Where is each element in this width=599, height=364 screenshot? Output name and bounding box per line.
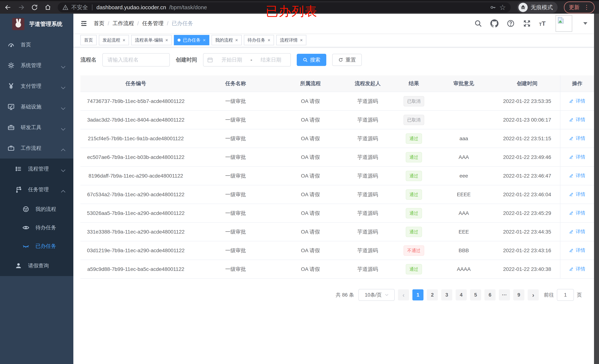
cell-starter: 芋道源码	[341, 129, 395, 148]
col-task-id: 任务编号	[80, 75, 191, 92]
url-host[interactable]: dashboard.yudao.iocoder.cn	[97, 4, 166, 10]
update-label[interactable]: 更新	[569, 4, 580, 11]
date-range-picker[interactable]: 开始日期 - 结束日期	[203, 53, 291, 67]
avatar-caret-icon[interactable]	[583, 22, 587, 25]
detail-button[interactable]: 详情	[569, 247, 585, 254]
cell-task-id: 331e3388-7b9a-11ec-a290-acde48001122	[80, 222, 191, 241]
home-icon[interactable]	[44, 4, 51, 11]
breadcrumb-item[interactable]: 已办任务	[172, 20, 193, 27]
table-row: 74736737-7b9b-11ec-b5b7-acde48001122 一级审…	[80, 92, 594, 110]
view-tab[interactable]: 我的流程 ×	[211, 35, 242, 45]
help-icon[interactable]	[507, 19, 515, 27]
detail-button[interactable]: 详情	[569, 191, 585, 197]
sidebar-item-done-tasks[interactable]: 已办任务	[0, 237, 73, 255]
col-process: 所属流程	[280, 75, 341, 92]
reset-button[interactable]: 重置	[332, 54, 362, 66]
cell-actions: 详情	[560, 148, 594, 167]
view-tab[interactable]: 已办任务 ×	[174, 35, 209, 45]
page-number-button[interactable]: 1	[412, 289, 423, 301]
detail-button[interactable]: 详情	[569, 172, 585, 179]
sidebar-item-system[interactable]: 系统管理	[0, 55, 73, 76]
view-tab[interactable]: 流程详情 ×	[276, 35, 306, 45]
page-number-button[interactable]: 9	[513, 289, 524, 301]
status-badge: 通过	[406, 208, 422, 218]
end-date-placeholder: 结束日期	[255, 56, 287, 63]
detail-button-label: 详情	[576, 154, 585, 160]
sidebar-item-infra[interactable]: 基础设施	[0, 97, 73, 117]
url-path[interactable]: /bpm/task/done	[169, 4, 207, 10]
reload-icon[interactable]	[31, 4, 38, 11]
forward-icon[interactable]	[18, 4, 25, 11]
detail-button[interactable]: 详情	[569, 135, 585, 142]
process-name-input[interactable]	[102, 53, 170, 67]
page-number-button[interactable]: 5	[470, 289, 481, 301]
page-number-button[interactable]: ···	[499, 289, 510, 301]
page-size-select[interactable]: 10条/页	[358, 289, 395, 301]
cell-result: 通过	[395, 222, 433, 241]
page-number-button[interactable]: 4	[456, 289, 467, 301]
page-number-button[interactable]: 3	[441, 289, 452, 301]
bookmark-star-icon[interactable]: ☆	[499, 4, 506, 11]
cell-task-name: 一级审批	[191, 110, 280, 129]
detail-button[interactable]: 详情	[569, 228, 585, 235]
breadcrumb-item[interactable]: 任务管理	[142, 20, 164, 27]
breadcrumb-item[interactable]: 工作流程	[113, 20, 134, 27]
font-size-icon[interactable]: TT	[539, 20, 546, 27]
goto-page-input[interactable]	[557, 289, 574, 301]
close-icon[interactable]: ×	[165, 38, 168, 43]
avatar[interactable]	[555, 15, 572, 32]
cell-created: 2022-01-22 23:46:47	[494, 167, 560, 185]
incognito-badge[interactable]: 无痕模式	[517, 2, 558, 13]
cell-result: 通过	[395, 185, 433, 204]
detail-button[interactable]: 详情	[569, 98, 585, 104]
fullscreen-icon[interactable]	[523, 19, 531, 27]
search-icon[interactable]	[474, 19, 482, 27]
sidebar-item-label: 系统管理	[21, 62, 61, 69]
sidebar-item-task-mgmt[interactable]: 任务管理	[0, 179, 73, 200]
sidebar-item-my-process[interactable]: 我的流程	[0, 200, 73, 218]
edit-icon	[569, 229, 574, 234]
page-number-button[interactable]: 6	[484, 289, 495, 301]
browser-update-button[interactable]: 更新 ⋮	[564, 1, 595, 13]
prev-page-button[interactable]: ‹	[398, 289, 409, 301]
create-time-label: 创建时间	[176, 56, 197, 63]
key-icon[interactable]	[490, 4, 496, 11]
detail-button[interactable]: 详情	[569, 266, 585, 272]
view-tab[interactable]: 流程表单-编辑 ×	[131, 35, 172, 45]
cell-process: OA 请假	[280, 167, 341, 185]
close-icon[interactable]: ×	[235, 38, 238, 43]
close-icon[interactable]: ×	[203, 38, 205, 43]
cell-starter: 芋道源码	[341, 185, 395, 204]
browser-menu-icon[interactable]: ⋮	[584, 6, 590, 9]
close-icon[interactable]: ×	[268, 38, 270, 43]
page-content: 流程名 创建时间 开始日期 - 结束日期 搜索 重置	[73, 47, 594, 301]
view-tab[interactable]: 发起流程 ×	[99, 35, 129, 45]
view-tab[interactable]: 首页 ×	[80, 35, 97, 45]
detail-button[interactable]: 详情	[569, 210, 585, 216]
detail-button[interactable]: 详情	[569, 154, 585, 160]
sidebar-item-home[interactable]: 首页	[0, 34, 73, 55]
cell-process: OA 请假	[280, 92, 341, 110]
security-label[interactable]: 不安全	[71, 4, 88, 11]
sidebar-item-workflow[interactable]: 工作流程	[0, 138, 73, 159]
sidebar-item-devtools[interactable]: 研发工具	[0, 117, 73, 138]
sidebar-item-todo-tasks[interactable]: 待办任务	[0, 218, 73, 237]
close-icon[interactable]: ×	[300, 38, 303, 43]
next-page-button[interactable]: ›	[528, 289, 539, 301]
view-tab[interactable]: 待办任务 ×	[244, 35, 274, 45]
sidebar-item-payment[interactable]: 支付管理	[0, 76, 73, 97]
back-icon[interactable]	[4, 4, 11, 11]
col-opinion: 审批意见	[433, 75, 494, 92]
sidebar-collapse-icon[interactable]	[80, 20, 88, 27]
sidebar-logo[interactable]: 芋道管理系统	[0, 14, 73, 34]
page-number-button[interactable]: 2	[427, 289, 438, 301]
github-icon[interactable]	[490, 19, 499, 27]
search-button[interactable]: 搜索	[297, 54, 326, 66]
detail-button[interactable]: 详情	[569, 116, 585, 123]
warning-icon[interactable]	[62, 4, 68, 10]
topbar-icons: TT	[474, 15, 587, 32]
breadcrumb-item[interactable]: 首页	[94, 20, 104, 27]
close-icon[interactable]: ×	[123, 38, 125, 43]
sidebar-item-process-mgmt[interactable]: 流程管理	[0, 159, 73, 179]
sidebar-item-leave-query[interactable]: 请假查询	[0, 255, 73, 276]
